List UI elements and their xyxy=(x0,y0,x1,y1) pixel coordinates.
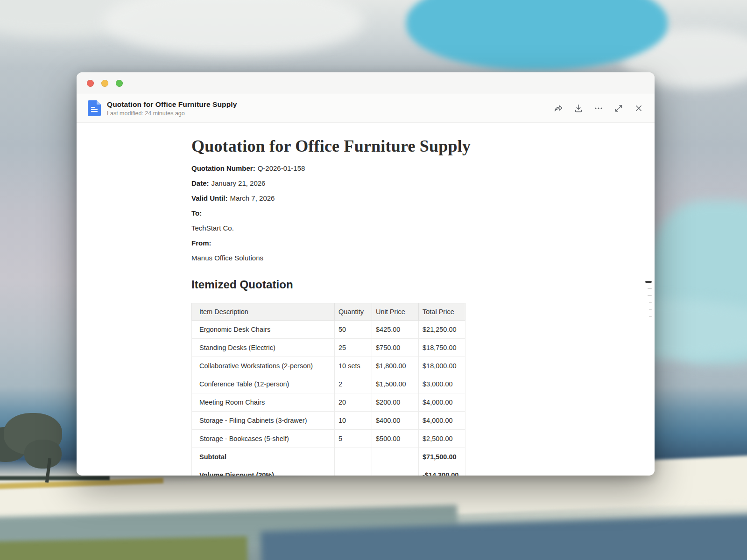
subtotal-value: $71,500.00 xyxy=(419,448,465,466)
table-row: Conference Table (12-person) 2 $1,500.00… xyxy=(192,375,465,393)
quotation-number-value: Q-2026-01-158 xyxy=(258,164,305,172)
download-icon[interactable] xyxy=(574,104,583,113)
last-modified-label: Last modified: 24 minutes ago xyxy=(107,110,554,117)
table-header-row: Item Description Quantity Unit Price Tot… xyxy=(192,303,465,321)
empty-cell xyxy=(372,466,419,476)
table-row: Ergonomic Desk Chairs 50 $425.00 $21,250… xyxy=(192,321,465,339)
outline-mark[interactable] xyxy=(649,302,652,303)
item-desc: Meeting Room Chairs xyxy=(192,393,335,412)
to-label: To: xyxy=(191,209,202,217)
subtotal-row: Subtotal $71,500.00 xyxy=(192,448,465,466)
empty-cell xyxy=(335,448,372,466)
item-total-price: $21,250.00 xyxy=(419,321,465,339)
item-unit-price: $500.00 xyxy=(372,430,419,448)
col-quantity: Quantity xyxy=(335,303,372,321)
col-unit-price: Unit Price xyxy=(372,303,419,321)
tree-canopy xyxy=(24,440,62,469)
item-unit-price: $1,500.00 xyxy=(372,375,419,393)
subtotal-label: Subtotal xyxy=(192,448,335,466)
item-qty: 10 xyxy=(335,412,372,430)
item-total-price: $3,000.00 xyxy=(419,375,465,393)
outline-mark[interactable] xyxy=(649,316,652,317)
window-titlebar xyxy=(77,72,655,94)
item-unit-price: $425.00 xyxy=(372,321,419,339)
from-label: From: xyxy=(191,239,211,247)
zoom-traffic-light[interactable] xyxy=(116,80,123,87)
item-total-price: $2,500.00 xyxy=(419,430,465,448)
item-total-price: $18,000.00 xyxy=(419,357,465,375)
item-desc: Standing Desks (Electric) xyxy=(192,339,335,357)
discount-label: Volume Discount (20%) xyxy=(192,466,335,476)
col-item-description: Item Description xyxy=(192,303,335,321)
document-body: Quotation for Office Furniture Supply Qu… xyxy=(77,123,655,476)
outline-mark[interactable] xyxy=(648,295,652,296)
item-desc: Conference Table (12-person) xyxy=(192,375,335,393)
share-icon[interactable] xyxy=(554,104,563,113)
doc-file-icon xyxy=(88,100,101,116)
table-row: Storage - Filing Cabinets (3-drawer) 10 … xyxy=(192,412,465,430)
discount-row: Volume Discount (20%) -$14,300.00 xyxy=(192,466,465,476)
valid-until-label: Valid Until: xyxy=(191,194,228,202)
tree-shadow xyxy=(0,476,110,480)
valid-until-value: March 7, 2026 xyxy=(230,194,275,202)
from-value: Manus Office Solutions xyxy=(191,254,263,262)
table-row: Meeting Room Chairs 20 $200.00 $4,000.00 xyxy=(192,393,465,412)
item-total-price: $4,000.00 xyxy=(419,393,465,412)
window-doc-title: Quotation for Office Furniture Supply xyxy=(107,100,554,109)
itemized-quotation-heading: Itemized Quotation xyxy=(191,278,655,292)
item-qty: 10 sets xyxy=(335,357,372,375)
fullscreen-icon[interactable] xyxy=(614,104,623,113)
item-qty: 20 xyxy=(335,393,372,412)
close-traffic-light[interactable] xyxy=(87,80,94,87)
close-icon[interactable] xyxy=(634,104,643,113)
item-qty: 25 xyxy=(335,339,372,357)
item-unit-price: $400.00 xyxy=(372,412,419,430)
item-qty: 5 xyxy=(335,430,372,448)
table-row: Storage - Bookcases (5-shelf) 5 $500.00 … xyxy=(192,430,465,448)
outline-mark[interactable] xyxy=(648,288,652,289)
item-qty: 50 xyxy=(335,321,372,339)
item-unit-price: $200.00 xyxy=(372,393,419,412)
item-total-price: $18,750.00 xyxy=(419,339,465,357)
document-header: Quotation for Office Furniture Supply La… xyxy=(77,94,655,123)
outline-mark-active[interactable] xyxy=(645,281,652,283)
document-outline-indicator xyxy=(645,281,652,323)
document-preview-window: Quotation for Office Furniture Supply La… xyxy=(77,72,655,476)
discount-value: -$14,300.00 xyxy=(419,466,465,476)
item-unit-price: $1,800.00 xyxy=(372,357,419,375)
doc-title-heading: Quotation for Office Furniture Supply xyxy=(191,136,655,156)
table-row: Standing Desks (Electric) 25 $750.00 $18… xyxy=(192,339,465,357)
date-label: Date: xyxy=(191,179,209,187)
quotation-meta: Quotation Number:Q-2026-01-158 Date:Janu… xyxy=(191,161,655,266)
quotation-number-label: Quotation Number: xyxy=(191,164,255,172)
item-desc: Collaborative Workstations (2-person) xyxy=(192,357,335,375)
item-desc: Storage - Filing Cabinets (3-drawer) xyxy=(192,412,335,430)
date-value: January 21, 2026 xyxy=(211,179,266,187)
outline-mark[interactable] xyxy=(649,309,652,310)
item-qty: 2 xyxy=(335,375,372,393)
more-icon[interactable] xyxy=(594,104,603,113)
item-desc: Storage - Bookcases (5-shelf) xyxy=(192,430,335,448)
to-value: TechStart Co. xyxy=(191,224,234,232)
item-total-price: $4,000.00 xyxy=(419,412,465,430)
minimize-traffic-light[interactable] xyxy=(101,80,108,87)
col-total-price: Total Price xyxy=(419,303,465,321)
empty-cell xyxy=(372,448,419,466)
empty-cell xyxy=(335,466,372,476)
table-row: Collaborative Workstations (2-person) 10… xyxy=(192,357,465,375)
quotation-table: Item Description Quantity Unit Price Tot… xyxy=(191,303,465,476)
cloud-shape xyxy=(103,0,364,56)
item-desc: Ergonomic Desk Chairs xyxy=(192,321,335,339)
item-unit-price: $750.00 xyxy=(372,339,419,357)
